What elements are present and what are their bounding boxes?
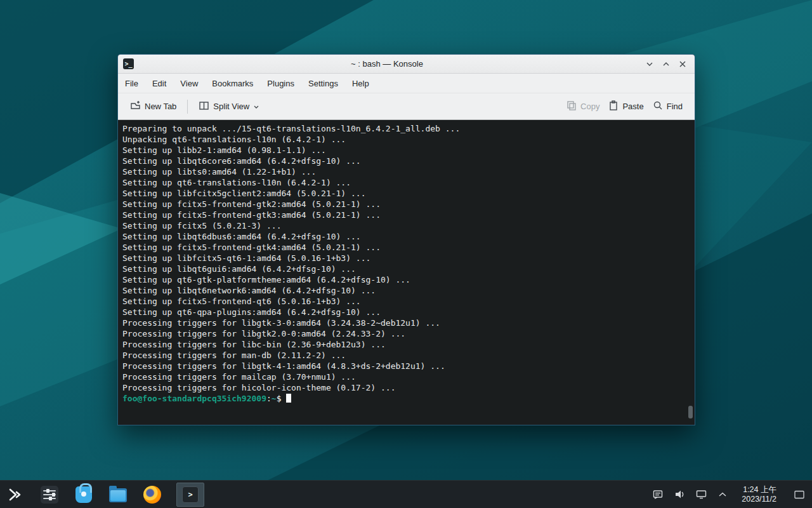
copy-button[interactable]: Copy <box>562 97 604 116</box>
terminal-line: Processing triggers for mailcap (3.70+nm… <box>122 371 693 382</box>
menu-item-bookmarks[interactable]: Bookmarks <box>205 74 260 93</box>
app-launcher-icon[interactable] <box>5 484 25 505</box>
terminal[interactable]: Preparing to unpack .../15-qt6-translati… <box>118 120 695 425</box>
menu-item-view[interactable]: View <box>173 74 205 93</box>
new-tab-button[interactable]: New Tab <box>126 97 181 116</box>
terminal-scrollbar[interactable] <box>688 406 693 418</box>
menu-item-settings[interactable]: Settings <box>301 74 345 93</box>
konsole-task-button[interactable]: > <box>176 483 204 507</box>
new-tab-label: New Tab <box>145 102 176 111</box>
terminal-line: Setting up libts0:amd64 (1.22-1+b1) ... <box>122 166 693 177</box>
dolphin-folder-icon[interactable] <box>108 484 128 505</box>
prompt-colon: : <box>266 394 272 403</box>
firefox-icon[interactable] <box>142 484 162 505</box>
terminal-line: Setting up libb2-1:amd64 (0.98.1-1.1) ..… <box>122 145 693 156</box>
terminal-output: Preparing to unpack .../15-qt6-translati… <box>122 123 693 393</box>
terminal-line: Processing triggers for man-db (2.11.2-2… <box>122 350 693 361</box>
terminal-line: Setting up libqt6core6:amd64 (6.4.2+dfsg… <box>122 156 693 166</box>
maximize-button[interactable] <box>659 57 673 71</box>
menu-item-help[interactable]: Help <box>345 74 376 93</box>
terminal-line: Setting up libqt6gui6:amd64 (6.4.2+dfsg-… <box>122 264 693 274</box>
find-label: Find <box>667 102 683 111</box>
terminal-line: Setting up qt6-translations-l10n (6.4.2-… <box>122 177 693 188</box>
prompt-user-host: foo@foo-standardpcq35ich92009 <box>122 394 266 403</box>
taskbar-right: 1:24 上午 2023/11/2 <box>652 485 807 504</box>
minimize-button[interactable] <box>643 57 657 71</box>
terminal-line: Setting up libqt6network6:amd64 (6.4.2+d… <box>122 285 693 296</box>
taskbar-clock[interactable]: 1:24 上午 2023/11/2 <box>742 485 776 504</box>
terminal-line: Setting up libfcitx5-qt6-1:amd64 (5.0.16… <box>122 253 693 264</box>
terminal-line: Setting up fcitx5-frontend-gtk4:amd64 (5… <box>122 242 693 253</box>
display-network-icon[interactable] <box>695 488 707 501</box>
prompt-dollar: $ <box>277 394 282 403</box>
terminal-line: Unpacking qt6-translations-l10n (6.4.2-1… <box>122 134 693 145</box>
terminal-line: Setting up fcitx5-frontend-qt6 (5.0.16-1… <box>122 296 693 307</box>
terminal-line: Setting up fcitx5 (5.0.21-3) ... <box>122 220 693 231</box>
chevron-down-icon <box>253 102 259 111</box>
clock-time: 1:24 上午 <box>742 485 776 495</box>
new-tab-icon <box>130 100 141 113</box>
terminal-line: Preparing to unpack .../15-qt6-translati… <box>122 123 693 134</box>
show-desktop-icon[interactable] <box>792 487 807 502</box>
search-icon <box>653 100 663 112</box>
konsole-window-icon: >_ <box>123 58 134 69</box>
paste-button[interactable]: Paste <box>604 97 648 116</box>
toolbar-separator <box>187 100 188 114</box>
expand-tray-icon[interactable] <box>716 488 729 501</box>
konsole-window: >_ ~ : bash — Konsole File Edit View Boo… <box>117 54 695 425</box>
terminal-line: Setting up libfcitx5gclient2:amd64 (5.0.… <box>122 188 693 199</box>
desktop: >_ ~ : bash — Konsole File Edit View Boo… <box>0 0 812 508</box>
terminal-line: Processing triggers for libgtk-4-1:amd64… <box>122 361 693 371</box>
split-view-icon <box>199 100 209 113</box>
taskbar: > 1:24 上午 2023/11/2 <box>0 480 812 508</box>
terminal-line: Setting up fcitx5-frontend-gtk2:amd64 (5… <box>122 199 693 210</box>
titlebar[interactable]: >_ ~ : bash — Konsole <box>118 55 695 74</box>
terminal-line: Setting up qt6-qpa-plugins:amd64 (6.4.2+… <box>122 307 693 318</box>
toolbar: New Tab Split View Copy <box>118 93 695 120</box>
terminal-prompt-line: foo@foo-standardpcq35ich92009:~$ <box>122 393 693 404</box>
terminal-line: Setting up libqt6dbus6:amd64 (6.4.2+dfsg… <box>122 231 693 242</box>
prompt-path: ~ <box>272 394 277 403</box>
find-button[interactable]: Find <box>648 97 687 116</box>
notifications-icon[interactable] <box>652 488 664 501</box>
konsole-icon: > <box>182 486 199 503</box>
terminal-line: Processing triggers for libgtk-3-0:amd64… <box>122 318 693 328</box>
window-title: ~ : bash — Konsole <box>134 59 640 69</box>
terminal-line: Setting up qt6-gtk-platformtheme:amd64 (… <box>122 274 693 285</box>
menu-item-edit[interactable]: Edit <box>145 74 173 93</box>
split-view-button[interactable]: Split View <box>194 97 264 116</box>
close-button[interactable] <box>676 57 690 71</box>
terminal-line: Processing triggers for hicolor-icon-the… <box>122 382 693 393</box>
clock-date: 2023/11/2 <box>742 495 776 504</box>
menu-item-file[interactable]: File <box>118 74 145 93</box>
terminal-line: Processing triggers for libc-bin (2.36-9… <box>122 339 693 350</box>
terminal-line: Setting up fcitx5-frontend-gtk3:amd64 (5… <box>122 210 693 220</box>
terminal-line: Processing triggers for libgtk2.0-0:amd6… <box>122 328 693 339</box>
menubar: File Edit View Bookmarks Plugins Setting… <box>118 74 695 93</box>
copy-label: Copy <box>580 102 599 111</box>
discover-icon[interactable] <box>74 484 94 505</box>
settings-sliders-icon[interactable] <box>39 484 60 505</box>
terminal-cursor <box>286 394 291 403</box>
taskbar-left: > <box>5 483 204 507</box>
volume-icon[interactable] <box>673 488 686 501</box>
menu-item-plugins[interactable]: Plugins <box>260 74 301 93</box>
split-view-label: Split View <box>213 102 249 111</box>
paste-label: Paste <box>622 102 643 111</box>
copy-icon <box>566 100 577 112</box>
paste-icon <box>608 100 619 112</box>
